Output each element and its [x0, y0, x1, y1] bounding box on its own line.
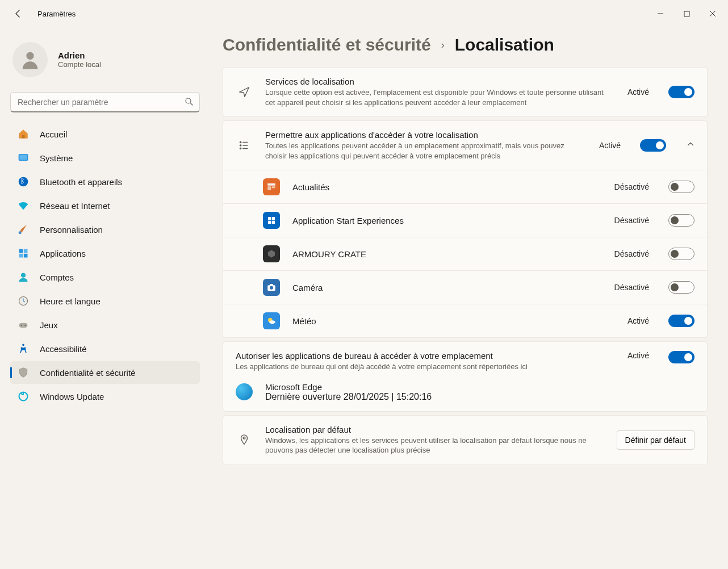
desktop-apps-state: Activé	[627, 351, 649, 360]
sidebar-item-home[interactable]: Accueil	[10, 123, 200, 145]
sidebar-item-label: Applications	[40, 249, 86, 258]
user-profile[interactable]: Adrien Compte local	[12, 42, 200, 77]
svg-rect-10	[19, 254, 23, 258]
wifi-icon	[17, 199, 30, 212]
sidebar-item-update[interactable]: Windows Update	[10, 385, 200, 408]
map-pin-icon	[236, 434, 253, 446]
desktop-app-last: Dernière ouverture 28/01/2025 | 15:20:16	[265, 392, 432, 402]
svg-rect-31	[270, 284, 273, 286]
user-account-type: Compte local	[58, 60, 101, 69]
close-button[interactable]	[700, 5, 726, 23]
sidebar-item-brush[interactable]: Personnalisation	[10, 218, 200, 241]
titlebar: Paramètres	[0, 0, 728, 27]
svg-point-33	[269, 320, 275, 324]
app-name: Actualités	[292, 182, 602, 192]
sidebar-item-label: Accessibilité	[40, 344, 87, 354]
games-icon	[17, 319, 30, 331]
app-row: CaméraDésactivé	[223, 270, 707, 304]
sidebar-item-label: Bluetooth et appareils	[40, 177, 122, 187]
apps-access-card: Permettre aux applications d'accéder à v…	[223, 120, 708, 338]
svg-rect-25	[268, 217, 271, 220]
sidebar-item-label: Heure et langue	[40, 296, 101, 306]
set-default-button[interactable]: Définir par défaut	[617, 430, 694, 450]
sidebar-item-time[interactable]: Heure et langue	[10, 290, 200, 312]
svg-rect-28	[272, 221, 275, 224]
svg-rect-5	[19, 155, 27, 160]
sidebar-item-apps[interactable]: Applications	[10, 242, 200, 265]
svg-rect-0	[684, 11, 689, 16]
svg-rect-3	[22, 135, 25, 139]
svg-rect-9	[24, 249, 28, 253]
desktop-apps-toggle[interactable]	[668, 351, 694, 363]
default-location-desc: Windows, les applications et les service…	[265, 436, 604, 455]
svg-point-16	[24, 325, 26, 326]
desktop-app-name: Microsoft Edge	[265, 382, 432, 392]
app-name: Application Start Experiences	[292, 216, 602, 225]
sidebar-item-games[interactable]: Jeux	[10, 313, 200, 336]
sidebar-item-label: Windows Update	[40, 392, 104, 401]
account-icon	[17, 271, 30, 283]
app-row: Application Start ExperiencesDésactivé	[223, 203, 707, 237]
apps-access-row[interactable]: Permettre aux applications d'accéder à v…	[223, 121, 707, 170]
back-button[interactable]	[7, 2, 30, 25]
apps-access-toggle[interactable]	[640, 139, 666, 152]
sidebar-item-account[interactable]: Comptes	[10, 266, 200, 288]
search-icon	[184, 97, 194, 109]
minimize-button[interactable]	[647, 5, 673, 23]
sidebar-item-system[interactable]: Système	[10, 147, 200, 169]
desktop-apps-title: Autoriser les applications de bureau à a…	[236, 351, 615, 361]
nav: AccueilSystèmeBluetooth et appareilsRése…	[10, 123, 200, 408]
search-input[interactable]	[10, 92, 200, 112]
brush-icon	[17, 223, 30, 236]
svg-point-19	[240, 142, 241, 143]
breadcrumb: Confidentialité et sécurité › Localisati…	[223, 35, 708, 55]
avatar	[12, 42, 48, 77]
app-icon	[263, 279, 280, 296]
breadcrumb-parent[interactable]: Confidentialité et sécurité	[223, 35, 431, 55]
sidebar-item-wifi[interactable]: Réseau et Internet	[10, 194, 200, 217]
sidebar-item-label: Système	[40, 153, 73, 163]
svg-rect-23	[267, 186, 271, 190]
desktop-apps-card: Autoriser les applications de bureau à a…	[223, 341, 708, 412]
edge-icon	[236, 383, 253, 400]
sidebar-item-label: Accueil	[40, 129, 67, 139]
location-services-state: Activé	[627, 87, 649, 97]
app-icon	[263, 312, 280, 329]
svg-rect-14	[19, 323, 28, 328]
svg-point-30	[270, 286, 273, 290]
desktop-apps-row[interactable]: Autoriser les applications de bureau à a…	[223, 342, 707, 411]
sidebar-item-bluetooth[interactable]: Bluetooth et appareils	[10, 170, 200, 193]
chevron-up-icon[interactable]	[687, 140, 694, 150]
app-icon	[263, 212, 280, 229]
svg-rect-26	[272, 217, 275, 220]
app-state: Désactivé	[614, 249, 649, 258]
app-toggle[interactable]	[668, 214, 694, 227]
bluetooth-icon	[17, 175, 30, 188]
app-name: ARMOURY CRATE	[292, 249, 602, 259]
list-icon	[236, 139, 253, 152]
sidebar-item-label: Personnalisation	[40, 225, 103, 235]
app-row: ARMOURY CRATEDésactivé	[223, 237, 707, 270]
maximize-icon	[684, 11, 690, 17]
default-location-row: Localisation par défaut Windows, les app…	[223, 416, 707, 465]
app-toggle[interactable]	[668, 181, 694, 193]
svg-point-20	[240, 145, 241, 146]
location-services-row[interactable]: Services de localisation Lorsque cette o…	[223, 68, 707, 116]
main-content: Confidentialité et sécurité › Localisati…	[210, 27, 728, 569]
arrow-left-icon	[14, 9, 23, 18]
sidebar-item-accessibility[interactable]: Accessibilité	[10, 337, 200, 360]
location-services-toggle[interactable]	[668, 86, 694, 98]
sidebar-item-privacy[interactable]: Confidentialité et sécurité	[10, 361, 200, 384]
svg-point-1	[26, 52, 34, 60]
app-toggle[interactable]	[668, 281, 694, 294]
search-box	[10, 92, 200, 112]
app-toggle[interactable]	[668, 315, 694, 327]
sidebar-item-label: Comptes	[40, 273, 74, 282]
maximize-button[interactable]	[673, 5, 700, 23]
desktop-app-row: Microsoft EdgeDernière ouverture 28/01/2…	[236, 382, 615, 402]
close-icon	[709, 10, 716, 17]
home-icon	[17, 128, 30, 140]
app-state: Désactivé	[614, 216, 649, 225]
apps-icon	[17, 247, 30, 260]
app-toggle[interactable]	[668, 248, 694, 260]
